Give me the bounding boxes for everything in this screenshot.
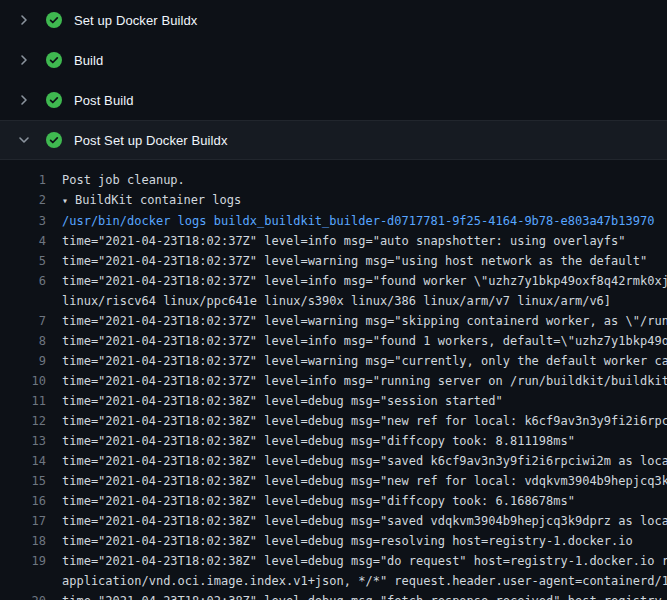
log-line: 2▾BuildKit container logs — [0, 190, 667, 211]
log-line: 7time="2021-04-23T18:02:37Z" level=warni… — [0, 311, 667, 331]
line-number[interactable]: 10 — [0, 371, 62, 391]
log-text: time="2021-04-23T18:02:37Z" level=info m… — [62, 331, 667, 351]
log-line: 19time="2021-04-23T18:02:38Z" level=debu… — [0, 551, 667, 571]
log-line: 4time="2021-04-23T18:02:37Z" level=info … — [0, 231, 667, 251]
chevron-right-icon — [16, 52, 32, 68]
chevron-right-icon — [16, 12, 32, 28]
log-line: 16time="2021-04-23T18:02:38Z" level=debu… — [0, 491, 667, 511]
line-number[interactable]: 5 — [0, 251, 62, 271]
log-line: 8time="2021-04-23T18:02:37Z" level=info … — [0, 331, 667, 351]
log-line: 13time="2021-04-23T18:02:38Z" level=debu… — [0, 431, 667, 451]
log-line: 11time="2021-04-23T18:02:38Z" level=debu… — [0, 391, 667, 411]
line-number[interactable]: 8 — [0, 331, 62, 351]
log-line: 12time="2021-04-23T18:02:38Z" level=debu… — [0, 411, 667, 431]
log-line: 18time="2021-04-23T18:02:38Z" level=debu… — [0, 531, 667, 551]
group-caret-down-icon: ▾ — [62, 195, 68, 206]
line-number[interactable]: 14 — [0, 451, 62, 471]
log-text: time="2021-04-23T18:02:38Z" level=debug … — [62, 531, 667, 551]
step-label: Post Set up Docker Buildx — [74, 133, 228, 148]
log-text: time="2021-04-23T18:02:38Z" level=debug … — [62, 451, 667, 471]
line-number[interactable]: 12 — [0, 411, 62, 431]
log-text: application/vnd.oci.image.index.v1+json,… — [62, 571, 667, 591]
log-line: 10time="2021-04-23T18:02:37Z" level=info… — [0, 371, 667, 391]
log-text: time="2021-04-23T18:02:38Z" level=debug … — [62, 591, 667, 600]
log-text: time="2021-04-23T18:02:37Z" level=info m… — [62, 231, 667, 251]
log-text: time="2021-04-23T18:02:37Z" level=warnin… — [62, 251, 667, 271]
line-number[interactable]: 6 — [0, 271, 62, 291]
check-circle-icon — [46, 12, 62, 28]
line-number[interactable]: 4 — [0, 231, 62, 251]
log-line: 17time="2021-04-23T18:02:38Z" level=debu… — [0, 511, 667, 531]
chevron-right-icon — [16, 92, 32, 108]
line-number — [0, 571, 62, 591]
log-text: time="2021-04-23T18:02:38Z" level=debug … — [62, 491, 667, 511]
line-number[interactable]: 2 — [0, 190, 62, 211]
line-number — [0, 291, 62, 311]
chevron-down-icon — [16, 132, 32, 148]
log-line: application/vnd.oci.image.index.v1+json,… — [0, 571, 667, 591]
log-text: linux/riscv64 linux/ppc641e linux/s390x … — [62, 291, 667, 311]
log-line: 3/usr/bin/docker logs buildx_buildkit_bu… — [0, 211, 667, 231]
log-viewer: 1Post job cleanup.2▾BuildKit container l… — [0, 160, 667, 600]
log-text: time="2021-04-23T18:02:38Z" level=debug … — [62, 411, 667, 431]
line-number[interactable]: 13 — [0, 431, 62, 451]
step-label: Post Build — [74, 93, 134, 108]
line-number[interactable]: 17 — [0, 511, 62, 531]
check-circle-icon — [46, 132, 62, 148]
log-text: time="2021-04-23T18:02:38Z" level=debug … — [62, 471, 667, 491]
log-line: 5time="2021-04-23T18:02:37Z" level=warni… — [0, 251, 667, 271]
line-number[interactable]: 20 — [0, 591, 62, 600]
log-line: 15time="2021-04-23T18:02:38Z" level=debu… — [0, 471, 667, 491]
line-number[interactable]: 19 — [0, 551, 62, 571]
log-line: 6time="2021-04-23T18:02:37Z" level=info … — [0, 271, 667, 291]
check-circle-icon — [46, 92, 62, 108]
line-number[interactable]: 9 — [0, 351, 62, 371]
log-text: time="2021-04-23T18:02:38Z" level=debug … — [62, 551, 667, 571]
line-number[interactable]: 3 — [0, 211, 62, 231]
check-circle-icon — [46, 52, 62, 68]
log-command-text: /usr/bin/docker logs buildx_buildkit_bui… — [62, 211, 667, 231]
log-text: time="2021-04-23T18:02:38Z" level=debug … — [62, 511, 667, 531]
step-row-set-up-docker-buildx[interactable]: Set up Docker Buildx — [0, 0, 667, 40]
log-text: time="2021-04-23T18:02:37Z" level=warnin… — [62, 311, 667, 331]
line-number[interactable]: 7 — [0, 311, 62, 331]
log-text: time="2021-04-23T18:02:37Z" level=info m… — [62, 371, 667, 391]
log-line: linux/riscv64 linux/ppc641e linux/s390x … — [0, 291, 667, 311]
line-number[interactable]: 16 — [0, 491, 62, 511]
log-text: time="2021-04-23T18:02:38Z" level=debug … — [62, 431, 667, 451]
step-row-build[interactable]: Build — [0, 40, 667, 80]
log-group-label: BuildKit container logs — [75, 193, 241, 207]
step-label: Set up Docker Buildx — [74, 13, 197, 28]
log-text: Post job cleanup. — [62, 170, 667, 190]
step-label: Build — [74, 53, 103, 68]
log-text: time="2021-04-23T18:02:37Z" level=warnin… — [62, 351, 667, 371]
step-row-post-build[interactable]: Post Build — [0, 80, 667, 120]
job-steps-list: Set up Docker BuildxBuildPost BuildPost … — [0, 0, 667, 160]
line-number[interactable]: 11 — [0, 391, 62, 411]
log-line: 1Post job cleanup. — [0, 170, 667, 190]
log-line: 14time="2021-04-23T18:02:38Z" level=debu… — [0, 451, 667, 471]
log-line: 9time="2021-04-23T18:02:37Z" level=warni… — [0, 351, 667, 371]
line-number[interactable]: 1 — [0, 170, 62, 190]
log-text: time="2021-04-23T18:02:38Z" level=debug … — [62, 391, 667, 411]
log-group-toggle[interactable]: ▾BuildKit container logs — [62, 190, 667, 211]
log-line: 20time="2021-04-23T18:02:38Z" level=debu… — [0, 591, 667, 600]
log-text: time="2021-04-23T18:02:37Z" level=info m… — [62, 271, 667, 291]
line-number[interactable]: 15 — [0, 471, 62, 491]
step-row-post-set-up-docker-buildx[interactable]: Post Set up Docker Buildx — [0, 120, 667, 160]
line-number[interactable]: 18 — [0, 531, 62, 551]
